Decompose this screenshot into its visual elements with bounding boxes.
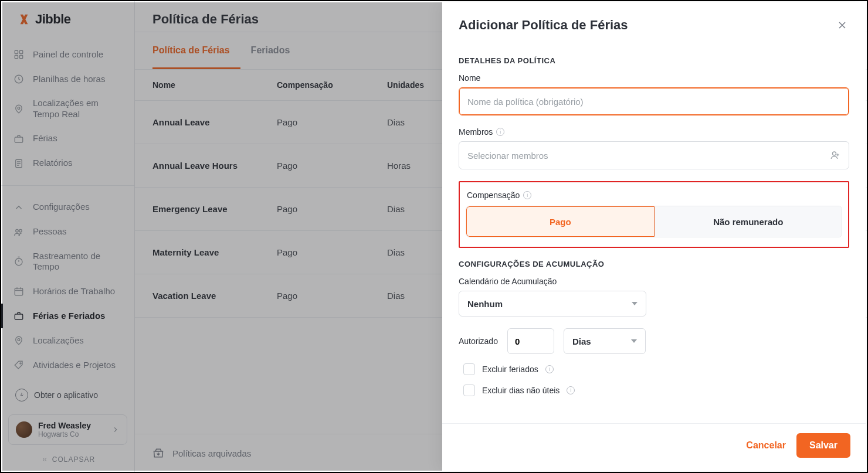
tab-holidays[interactable]: Feriados [240, 32, 301, 69]
stopwatch-icon [13, 256, 25, 267]
info-icon[interactable]: i [496, 128, 504, 136]
sidebar-item-work-schedules[interactable]: Horários de Trabalho [1, 279, 134, 304]
divider [1, 185, 134, 186]
close-icon [836, 19, 848, 31]
exclude-non-working-checkbox[interactable] [463, 384, 475, 396]
chevrons-left-icon [40, 457, 49, 462]
policy-name-input[interactable] [459, 87, 849, 115]
sidebar-item-label: Painel de controle [33, 49, 103, 60]
add-person-icon [830, 150, 840, 161]
chevron-down-icon [631, 339, 637, 343]
sidebar-item-label: Férias e Feriados [33, 311, 105, 322]
info-icon[interactable]: i [523, 191, 531, 199]
calendar-clock-icon [13, 285, 25, 297]
svg-rect-3 [20, 56, 23, 59]
nav-primary: Painel de controle Planilhas de horas Lo… [1, 38, 134, 181]
sidebar-item-label: Atividades e Projetos [33, 360, 116, 371]
get-app-button[interactable]: Obter o aplicativo [8, 383, 127, 407]
compensation-paid-option[interactable]: Pago [466, 206, 655, 237]
clock-icon [13, 73, 25, 85]
get-app-label: Obter o aplicativo [34, 390, 98, 400]
sidebar-item-time-off-holidays[interactable]: Férias e Feriados [1, 304, 134, 328]
svg-rect-12 [15, 314, 23, 319]
sidebar-item-time-off-top[interactable]: Férias [1, 127, 134, 151]
accrual-calendar-label: Calendário de Acumulação [459, 277, 849, 286]
exclude-holidays-label: Excluir feriados [482, 365, 538, 374]
briefcase-icon [13, 133, 25, 145]
members-select[interactable]: Selecionar membros [459, 141, 849, 169]
save-button[interactable]: Salvar [796, 433, 850, 458]
sidebar-item-timesheets[interactable]: Planilhas de horas [1, 67, 134, 91]
report-icon [13, 158, 25, 169]
members-placeholder: Selecionar membros [467, 151, 548, 161]
sidebar: Jibble Painel de controle Planilhas de h… [1, 1, 135, 472]
sidebar-item-label: Localizações em Tempo Real [33, 98, 123, 120]
col-compensation: Compensação [277, 80, 387, 90]
drawer-title: Adicionar Política de Férias [459, 18, 628, 33]
archive-icon [152, 447, 164, 459]
compensation-highlight-box: Compensação i Pago Não remunerado [459, 181, 849, 248]
cancel-button[interactable]: Cancelar [746, 440, 786, 451]
svg-point-9 [19, 229, 22, 232]
svg-point-16 [833, 152, 836, 155]
entitled-value-input[interactable] [507, 328, 554, 354]
compensation-label: Compensação i [466, 190, 842, 200]
people-icon [13, 226, 25, 238]
logo-text: Jibble [35, 12, 71, 27]
sidebar-item-locations[interactable]: Localizações [1, 328, 134, 353]
compensation-unpaid-option[interactable]: Não remunerado [655, 206, 842, 237]
sidebar-item-reports[interactable]: Relatórios [1, 151, 134, 176]
name-label: Nome [459, 73, 849, 83]
archived-label: Políticas arquivadas [172, 448, 251, 458]
sidebar-item-label: Planilhas de horas [33, 74, 105, 85]
sidebar-item-live-locations[interactable]: Localizações em Tempo Real [1, 91, 134, 127]
briefcase-icon [13, 310, 25, 322]
section-accrual-settings: CONFIGURAÇÕES DE ACUMULAÇÃO [459, 260, 849, 268]
sidebar-item-people[interactable]: Pessoas [1, 220, 134, 244]
sidebar-item-label: Horários de Trabalho [33, 286, 115, 297]
pin-icon [13, 103, 25, 115]
avatar [16, 421, 32, 438]
entitled-label: Autorizado [459, 336, 498, 346]
tag-icon [13, 359, 25, 371]
sidebar-item-label: Pessoas [33, 226, 67, 237]
user-card[interactable]: Fred Weasley Hogwarts Co [8, 414, 127, 445]
compensation-segmented: Pago Não remunerado [466, 206, 842, 237]
sidebar-item-dashboard[interactable]: Painel de controle [1, 42, 134, 67]
logo[interactable]: Jibble [1, 1, 134, 38]
svg-point-8 [16, 229, 19, 232]
accrual-calendar-select[interactable]: Nenhum [459, 291, 646, 317]
svg-point-13 [18, 339, 20, 341]
add-policy-drawer: Adicionar Política de Férias DETALHES DA… [442, 2, 866, 471]
chevron-up-icon [13, 202, 25, 213]
svg-rect-1 [20, 50, 23, 53]
collapse-label: COLAPSAR [52, 455, 95, 464]
sidebar-item-label: Configurações [33, 202, 90, 213]
sidebar-item-activities-projects[interactable]: Atividades e Projetos [1, 353, 134, 377]
tab-time-off-policy[interactable]: Política de Férias [152, 32, 240, 69]
sidebar-item-label: Localizações [33, 335, 84, 346]
svg-point-14 [20, 363, 21, 364]
section-policy-details: DETALHES DA POLÍTICA [459, 56, 849, 65]
accrual-calendar-value: Nenhum [467, 299, 503, 309]
download-icon [15, 389, 28, 401]
sidebar-item-settings[interactable]: Configurações [1, 195, 134, 220]
collapse-button[interactable]: COLAPSAR [1, 450, 134, 472]
user-org: Hogwarts Co [38, 430, 91, 438]
pin-icon [13, 335, 25, 346]
chevron-down-icon [632, 302, 638, 305]
info-icon[interactable]: i [567, 386, 575, 394]
entitled-unit-select[interactable]: Dias [564, 328, 646, 354]
exclude-holidays-checkbox[interactable] [463, 363, 475, 375]
svg-rect-6 [15, 137, 23, 142]
logo-icon [18, 13, 30, 26]
sidebar-item-label: Relatórios [33, 158, 73, 169]
svg-rect-11 [15, 288, 23, 295]
entitled-unit-value: Dias [572, 336, 591, 346]
sidebar-item-organization[interactable]: Organização [1, 377, 134, 383]
info-icon[interactable]: i [545, 365, 554, 373]
close-button[interactable] [835, 18, 849, 32]
chevron-right-icon [111, 426, 120, 434]
members-label: Membros i [459, 127, 849, 137]
sidebar-item-time-tracking[interactable]: Rastreamento de Tempo [1, 244, 134, 280]
